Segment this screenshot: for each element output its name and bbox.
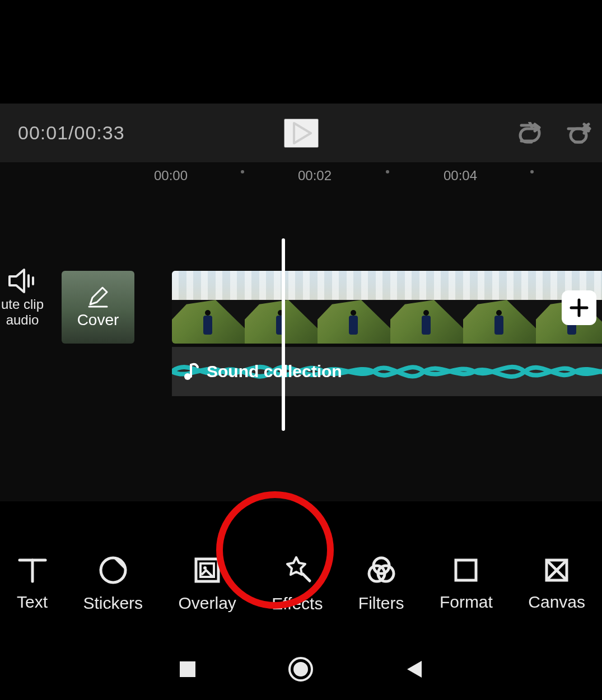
- text-icon: [17, 557, 48, 584]
- tool-filters[interactable]: Filters: [358, 556, 404, 613]
- star-wand-icon: [282, 555, 313, 585]
- canvas-icon: [543, 557, 570, 584]
- clip-frame: [245, 271, 318, 344]
- svg-line-12: [303, 574, 310, 581]
- tool-label: Effects: [272, 594, 323, 613]
- tool-label: Stickers: [83, 594, 143, 613]
- tool-label: Filters: [358, 594, 404, 613]
- ruler-dot: [530, 170, 534, 173]
- redo-icon: [565, 122, 592, 144]
- mute-label-line1: ute clip: [0, 297, 45, 312]
- svg-rect-20: [180, 661, 195, 677]
- svg-point-22: [293, 662, 308, 676]
- audio-track-label: Sound collection: [207, 362, 342, 381]
- ruler-dot: [241, 170, 244, 173]
- tool-label: Text: [17, 593, 48, 612]
- plus-icon: [569, 298, 589, 318]
- mute-label-line2: audio: [0, 312, 45, 328]
- filters-icon: [366, 556, 397, 585]
- play-button[interactable]: [284, 119, 319, 148]
- timeline-ruler[interactable]: 00:00 00:02 00:04: [0, 162, 602, 190]
- circle-icon: [287, 656, 314, 683]
- nav-home-button[interactable]: [287, 656, 314, 683]
- tool-label: Format: [440, 593, 493, 612]
- redo-button[interactable]: [565, 122, 592, 144]
- sticker-icon: [99, 556, 128, 585]
- format-icon: [452, 557, 479, 584]
- mute-clip-audio-button[interactable]: ute clip audio: [0, 269, 45, 328]
- nav-back-button[interactable]: [404, 659, 425, 680]
- audio-track[interactable]: Sound collection: [172, 347, 602, 396]
- add-clip-button[interactable]: [562, 290, 596, 325]
- tool-canvas[interactable]: Canvas: [528, 557, 585, 612]
- timeline-area[interactable]: ute clip audio Cover: [0, 190, 602, 501]
- tool-text[interactable]: Text: [17, 557, 48, 612]
- music-note-icon: [183, 363, 199, 380]
- preview-area: [0, 0, 602, 104]
- svg-rect-16: [456, 560, 476, 580]
- playhead[interactable]: [282, 238, 285, 431]
- back-triangle-icon: [404, 659, 425, 680]
- clip-frame: [463, 271, 536, 344]
- clip-frame: [318, 271, 390, 344]
- ruler-tick-2: 00:04: [444, 168, 477, 184]
- cover-label: Cover: [77, 311, 119, 329]
- ruler-dot: [386, 170, 389, 173]
- tool-stickers[interactable]: Stickers: [83, 556, 143, 613]
- bottom-toolbar: Text Stickers Overlay Effects: [0, 542, 602, 626]
- pencil-icon: [87, 285, 109, 308]
- transport-bar: 00:01/00:33: [0, 104, 602, 162]
- clip-frame: [390, 271, 463, 344]
- undo-button[interactable]: [515, 122, 542, 144]
- ruler-tick-0: 00:00: [154, 168, 188, 184]
- overlay-icon: [193, 556, 222, 585]
- clip-frame: [172, 271, 245, 344]
- tool-format[interactable]: Format: [440, 557, 493, 612]
- tool-effects[interactable]: Effects: [272, 555, 323, 613]
- undo-icon: [515, 122, 542, 144]
- ruler-tick-1: 00:02: [298, 168, 332, 184]
- nav-recents-button[interactable]: [178, 659, 198, 679]
- android-nav-bar: [0, 638, 602, 700]
- mute-speaker-icon: [8, 269, 36, 293]
- tool-label: Overlay: [179, 594, 236, 613]
- tool-label: Canvas: [528, 593, 585, 612]
- video-track[interactable]: [172, 271, 602, 344]
- tool-overlay[interactable]: Overlay: [179, 556, 236, 613]
- square-icon: [178, 659, 198, 679]
- cover-tile[interactable]: Cover: [62, 271, 134, 344]
- play-icon: [288, 120, 314, 146]
